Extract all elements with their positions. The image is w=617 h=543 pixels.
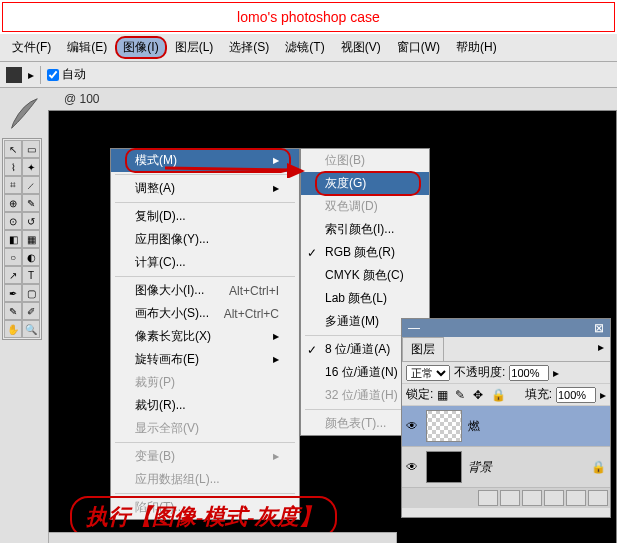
panel-menu-icon[interactable]: ▸ bbox=[592, 337, 610, 361]
pen-tool[interactable]: ✒ bbox=[4, 284, 22, 302]
eraser-tool[interactable]: ◧ bbox=[4, 230, 22, 248]
options-bar: ▸ 自动 bbox=[0, 62, 617, 88]
close-panel-icon[interactable]: ⊠ bbox=[594, 321, 604, 335]
menu-item[interactable]: 旋转画布(E)▶ bbox=[111, 348, 299, 371]
layers-tab[interactable]: 图层 bbox=[402, 337, 444, 361]
layer-item[interactable]: 👁 背景 🔒 bbox=[402, 447, 610, 488]
submenu-item[interactable]: 索引颜色(I)... bbox=[301, 218, 429, 241]
toolbox: ↖ ▭ ⌇ ✦ ⌗ ⟋ ⊕ ✎ ⊙ ↺ ◧ ▦ ○ ◐ ↗ T ✒ ▢ ✎ ✐ … bbox=[2, 138, 42, 340]
menu-item[interactable]: 应用图像(Y)... bbox=[111, 228, 299, 251]
delete-layer-button[interactable] bbox=[588, 490, 608, 506]
visibility-icon[interactable]: 👁 bbox=[406, 419, 420, 433]
visibility-icon[interactable]: 👁 bbox=[406, 460, 420, 474]
submenu-item[interactable]: 灰度(G) bbox=[301, 172, 429, 195]
minimize-panel-icon[interactable]: — bbox=[408, 321, 420, 335]
marquee-tool[interactable]: ▭ bbox=[22, 140, 40, 158]
submenu-item: 双色调(D) bbox=[301, 195, 429, 218]
menu-item[interactable]: 调整(A)▶ bbox=[111, 177, 299, 200]
layer-name[interactable]: 燃 bbox=[468, 418, 480, 435]
submenu-item[interactable]: CMYK 颜色(C) bbox=[301, 264, 429, 287]
fill-arrow-icon[interactable]: ▸ bbox=[600, 388, 606, 402]
fill-input[interactable] bbox=[556, 387, 596, 403]
horizontal-scrollbar[interactable] bbox=[48, 532, 397, 543]
menu-item: 变量(B)▶ bbox=[111, 445, 299, 468]
gradient-tool[interactable]: ▦ bbox=[22, 230, 40, 248]
menu-layer[interactable]: 图层(L) bbox=[167, 36, 222, 59]
move-tool[interactable]: ↖ bbox=[4, 140, 22, 158]
brush-tool[interactable]: ✎ bbox=[22, 194, 40, 212]
menu-help[interactable]: 帮助(H) bbox=[448, 36, 505, 59]
layers-panel-header[interactable]: — ⊠ bbox=[402, 319, 610, 337]
feather-icon bbox=[4, 94, 42, 132]
auto-label: 自动 bbox=[62, 66, 86, 83]
dodge-tool[interactable]: ◐ bbox=[22, 248, 40, 266]
auto-checkbox[interactable]: 自动 bbox=[47, 66, 86, 83]
layer-item[interactable]: 👁 燃 bbox=[402, 406, 610, 447]
lasso-tool[interactable]: ⌇ bbox=[4, 158, 22, 176]
lock-position-icon[interactable]: ✥ bbox=[473, 388, 487, 402]
submenu-item[interactable]: ✓RGB 颜色(R) bbox=[301, 241, 429, 264]
menu-item[interactable]: 复制(D)... bbox=[111, 205, 299, 228]
path-tool[interactable]: ↗ bbox=[4, 266, 22, 284]
type-tool[interactable]: T bbox=[22, 266, 40, 284]
layers-panel: — ⊠ 图层 ▸ 正常 不透明度: ▸ 锁定: ▦ ✎ ✥ 🔒 填充: ▸ bbox=[401, 318, 611, 518]
menu-item[interactable]: 计算(C)... bbox=[111, 251, 299, 274]
menu-item[interactable]: 裁切(R)... bbox=[111, 394, 299, 417]
hand-tool[interactable]: ✋ bbox=[4, 320, 22, 338]
lock-transparent-icon[interactable]: ▦ bbox=[437, 388, 451, 402]
lock-pixels-icon[interactable]: ✎ bbox=[455, 388, 469, 402]
menu-select[interactable]: 选择(S) bbox=[221, 36, 277, 59]
wand-tool[interactable]: ✦ bbox=[22, 158, 40, 176]
blur-tool[interactable]: ○ bbox=[4, 248, 22, 266]
lock-icon: 🔒 bbox=[591, 460, 606, 474]
menu-item: 应用数据组(L)... bbox=[111, 468, 299, 491]
slice-tool[interactable]: ⟋ bbox=[22, 176, 40, 194]
menu-view[interactable]: 视图(V) bbox=[333, 36, 389, 59]
stamp-tool[interactable]: ⊙ bbox=[4, 212, 22, 230]
menu-image[interactable]: 图像(I) bbox=[115, 36, 166, 59]
menu-item[interactable]: 图像大小(I)...Alt+Ctrl+I bbox=[111, 279, 299, 302]
crop-tool[interactable]: ⌗ bbox=[4, 176, 22, 194]
layer-name[interactable]: 背景 bbox=[468, 459, 492, 476]
opacity-arrow-icon[interactable]: ▸ bbox=[553, 366, 559, 380]
menu-item: 显示全部(V) bbox=[111, 417, 299, 440]
new-group-button[interactable] bbox=[544, 490, 564, 506]
layer-thumbnail[interactable] bbox=[426, 410, 462, 442]
submenu-item: 位图(B) bbox=[301, 149, 429, 172]
blend-mode-select[interactable]: 正常 bbox=[406, 365, 450, 381]
menu-item[interactable]: 像素长宽比(X)▶ bbox=[111, 325, 299, 348]
layer-thumbnail[interactable] bbox=[426, 451, 462, 483]
layer-style-button[interactable] bbox=[500, 490, 520, 506]
document-tab[interactable]: @ 100 bbox=[60, 88, 104, 110]
new-layer-button[interactable] bbox=[566, 490, 586, 506]
menu-item[interactable]: 画布大小(S)...Alt+Ctrl+C bbox=[111, 302, 299, 325]
menu-bar: 文件(F) 编辑(E) 图像(I) 图层(L) 选择(S) 滤镜(T) 视图(V… bbox=[0, 34, 617, 62]
lock-icons: ▦ ✎ ✥ 🔒 bbox=[437, 388, 505, 402]
lock-label: 锁定: bbox=[406, 386, 433, 403]
auto-check-input[interactable] bbox=[47, 69, 59, 81]
shape-tool[interactable]: ▢ bbox=[22, 284, 40, 302]
lock-all-icon[interactable]: 🔒 bbox=[491, 388, 505, 402]
layer-list: 👁 燃 👁 背景 🔒 bbox=[402, 406, 610, 488]
opacity-label: 不透明度: bbox=[454, 364, 505, 381]
heal-tool[interactable]: ⊕ bbox=[4, 194, 22, 212]
menu-filter[interactable]: 滤镜(T) bbox=[277, 36, 332, 59]
tool-preset-arrow[interactable]: ▸ bbox=[28, 68, 34, 82]
image-menu-dropdown: 模式(M)▶调整(A)▶复制(D)...应用图像(Y)...计算(C)...图像… bbox=[110, 148, 300, 520]
layers-footer bbox=[402, 488, 610, 508]
notes-tool[interactable]: ✎ bbox=[4, 302, 22, 320]
zoom-tool[interactable]: 🔍 bbox=[22, 320, 40, 338]
ps-icon bbox=[6, 67, 22, 83]
layer-mask-button[interactable] bbox=[522, 490, 542, 506]
opacity-input[interactable] bbox=[509, 365, 549, 381]
tutorial-title: lomo's photoshop case bbox=[2, 2, 615, 32]
link-layers-button[interactable] bbox=[478, 490, 498, 506]
eyedropper-tool[interactable]: ✐ bbox=[22, 302, 40, 320]
menu-window[interactable]: 窗口(W) bbox=[389, 36, 448, 59]
menu-item: 裁剪(P) bbox=[111, 371, 299, 394]
submenu-item[interactable]: Lab 颜色(L) bbox=[301, 287, 429, 310]
history-brush-tool[interactable]: ↺ bbox=[22, 212, 40, 230]
menu-item[interactable]: 模式(M)▶ bbox=[111, 149, 299, 172]
menu-file[interactable]: 文件(F) bbox=[4, 36, 59, 59]
menu-edit[interactable]: 编辑(E) bbox=[59, 36, 115, 59]
